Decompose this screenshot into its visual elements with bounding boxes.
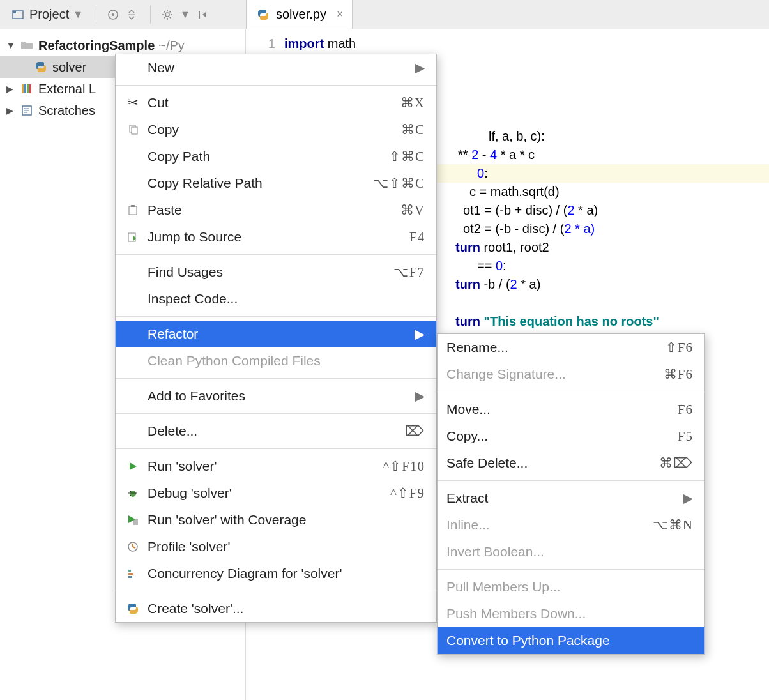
menu-clean[interactable]: Clean Python Compiled Files <box>116 347 436 374</box>
menu-jump[interactable]: Jump to SourceF4 <box>116 224 436 250</box>
menu-debug[interactable]: Debug 'solver'^⇧F9 <box>116 480 436 506</box>
profile-icon <box>125 541 141 552</box>
scratch-icon <box>19 103 34 118</box>
svg-line-23 <box>135 491 136 492</box>
svg-point-5 <box>165 13 169 17</box>
menu-find[interactable]: Find Usages⌥F7 <box>116 259 436 285</box>
submenu-signature[interactable]: Change Signature...⌘F6 <box>438 361 704 388</box>
svg-rect-8 <box>24 84 26 93</box>
hide-icon[interactable] <box>195 7 211 22</box>
menu-concurrency[interactable]: Concurrency Diagram for 'solver' <box>116 560 436 587</box>
root-name: RefactoringSample <box>38 38 155 53</box>
menu-new[interactable]: New▶ <box>116 54 436 81</box>
refactor-submenu: Rename...⇧F6 Change Signature...⌘F6 Move… <box>437 333 705 655</box>
chevron-down-icon: ▼ <box>73 9 83 20</box>
debug-icon <box>125 487 141 499</box>
svg-point-3 <box>112 13 114 16</box>
menu-copy-rel[interactable]: Copy Relative Path⌥⇧⌘C <box>116 170 436 197</box>
svg-rect-16 <box>132 127 137 134</box>
svg-line-22 <box>130 491 131 492</box>
submenu-extract[interactable]: Extract▶ <box>438 485 704 512</box>
svg-rect-26 <box>133 519 138 525</box>
expand-icon[interactable]: ▼ <box>6 40 15 50</box>
menu-paste[interactable]: Paste⌘V <box>116 197 436 224</box>
svg-rect-18 <box>131 205 135 207</box>
menu-create[interactable]: Create 'solver'... <box>116 595 436 622</box>
svg-rect-9 <box>27 84 29 93</box>
python-icon <box>125 602 141 615</box>
python-icon <box>33 59 49 75</box>
submenu-inline[interactable]: Inline...⌥⌘N <box>438 512 704 538</box>
submenu-pull[interactable]: Pull Members Up... <box>438 574 704 600</box>
submenu-convert[interactable]: Convert to Python Package <box>438 627 704 654</box>
target-icon[interactable] <box>105 7 121 22</box>
svg-rect-1 <box>13 11 16 13</box>
editor-tabs: solver.py × <box>246 0 769 29</box>
coverage-icon <box>125 514 141 526</box>
tab-label: solver.py <box>276 7 326 22</box>
gear-icon[interactable] <box>160 7 175 22</box>
python-icon <box>255 7 271 22</box>
svg-rect-7 <box>22 84 24 93</box>
library-icon <box>19 81 34 96</box>
copy-icon <box>125 124 141 135</box>
svg-rect-17 <box>129 206 137 215</box>
run-icon <box>125 461 141 471</box>
folder-icon <box>19 38 34 53</box>
tab-solver[interactable]: solver.py × <box>246 0 353 29</box>
separator <box>96 6 96 24</box>
project-dropdown[interactable]: Project ▼ <box>6 4 87 25</box>
concurrency-icon <box>125 568 141 579</box>
expand-icon[interactable]: ▶ <box>6 105 15 116</box>
close-icon[interactable]: × <box>337 8 344 21</box>
separator <box>150 6 151 24</box>
svg-rect-10 <box>29 84 31 93</box>
svg-rect-28 <box>128 570 131 572</box>
menu-inspect[interactable]: Inspect Code... <box>116 285 436 312</box>
submenu-move[interactable]: Move...F6 <box>438 396 704 423</box>
menu-copy-path[interactable]: Copy Path⇧⌘C <box>116 143 436 170</box>
paste-icon <box>125 204 141 216</box>
project-icon <box>10 7 26 22</box>
menu-copy[interactable]: Copy⌘C <box>116 116 436 143</box>
chevron-down-icon: ▼ <box>180 9 190 20</box>
cut-icon: ✂ <box>125 95 141 110</box>
submenu-copy[interactable]: Copy...F5 <box>438 423 704 450</box>
file-name: solver <box>52 60 86 75</box>
context-menu: New▶ ✂Cut⌘X Copy⌘C Copy Path⇧⌘C Copy Rel… <box>115 54 437 623</box>
submenu-rename[interactable]: Rename...⇧F6 <box>438 334 704 361</box>
menu-run[interactable]: Run 'solver'^⇧F10 <box>116 453 436 480</box>
root-path: ~/Py <box>158 38 185 53</box>
svg-rect-30 <box>128 576 132 578</box>
submenu-safe-delete[interactable]: Safe Delete...⌘⌦ <box>438 450 704 476</box>
menu-refactor[interactable]: Refactor▶ <box>116 321 436 347</box>
submenu-push[interactable]: Push Members Down... <box>438 600 704 627</box>
menu-coverage[interactable]: Run 'solver' with Coverage <box>116 506 436 533</box>
external-label: External L <box>38 82 96 96</box>
menu-profile[interactable]: Profile 'solver' <box>116 533 436 560</box>
submenu-invert[interactable]: Invert Boolean... <box>438 538 704 565</box>
expand-icon[interactable]: ▶ <box>6 84 15 94</box>
svg-rect-29 <box>128 573 133 575</box>
menu-fav[interactable]: Add to Favorites▶ <box>116 383 436 409</box>
menu-delete[interactable]: Delete...⌦ <box>116 418 436 445</box>
collapse-icon[interactable] <box>126 7 141 22</box>
tree-root[interactable]: ▼ RefactoringSample ~/Py <box>0 34 245 56</box>
jump-icon <box>125 231 141 243</box>
scratches-label: Scratches <box>38 103 95 118</box>
project-label: Project <box>29 7 69 22</box>
menu-cut[interactable]: ✂Cut⌘X <box>116 89 436 116</box>
